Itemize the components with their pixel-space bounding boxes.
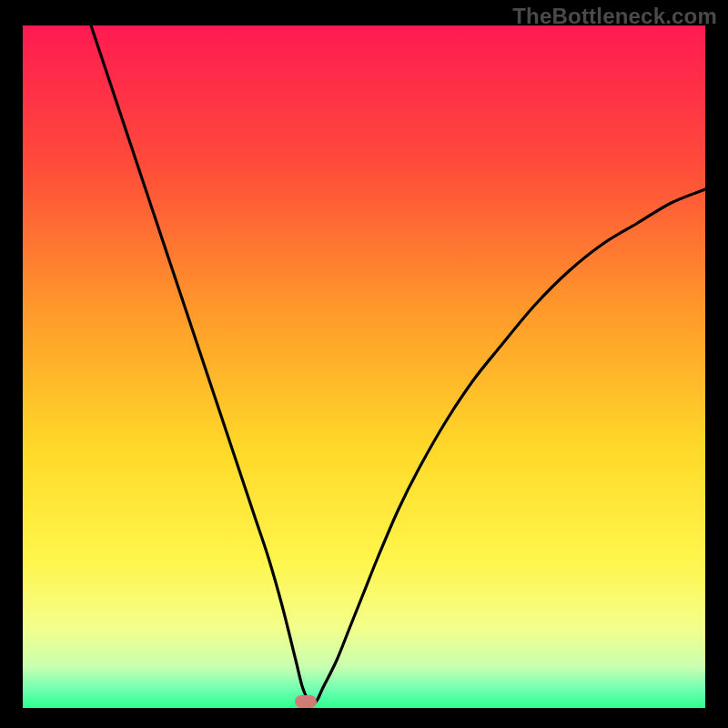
- watermark-text: TheBottleneck.com: [512, 4, 717, 29]
- optimal-point-marker: [295, 695, 317, 708]
- bottleneck-plot: [23, 25, 705, 708]
- chart-frame: TheBottleneck.com: [0, 0, 728, 728]
